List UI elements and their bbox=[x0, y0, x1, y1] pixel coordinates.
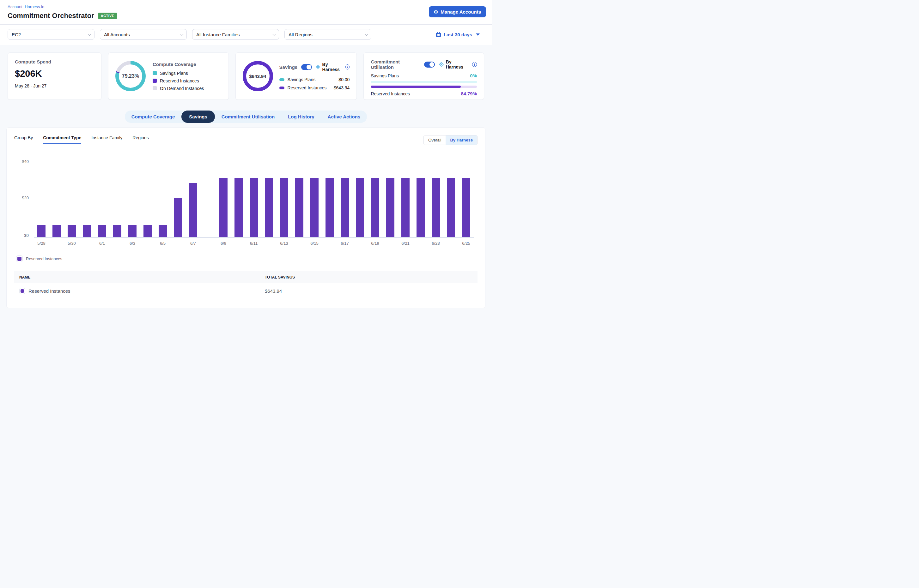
x-tick-label: 6/5 bbox=[160, 241, 165, 246]
by-harness-button[interactable]: By Harness bbox=[446, 136, 477, 145]
by-harness-toggle[interactable] bbox=[424, 61, 435, 68]
accounts-dropdown[interactable]: All Accounts bbox=[100, 29, 187, 40]
x-tick-label: 6/3 bbox=[130, 241, 135, 246]
gear-icon: ⚙ bbox=[434, 10, 438, 14]
bar-slot: 6/1 bbox=[94, 225, 110, 237]
bar-slot bbox=[443, 178, 459, 237]
x-tick-label: 6/15 bbox=[310, 241, 318, 246]
overall-button[interactable]: Overall bbox=[424, 136, 446, 145]
bar-6/22 bbox=[417, 178, 425, 237]
tab-savings[interactable]: Savings bbox=[182, 110, 215, 123]
legend-label: Reserved Instances bbox=[26, 257, 62, 261]
by-harness-toggle[interactable] bbox=[301, 64, 312, 70]
status-badge: ACTIVE bbox=[98, 13, 117, 19]
group-by-control: Group By Commitment Type Instance Family… bbox=[14, 135, 149, 144]
compute-spend-period: May 28 - Jun 27 bbox=[15, 83, 94, 89]
service-dropdown[interactable]: EC2 bbox=[8, 29, 94, 40]
chart-legend: Reserved Instances bbox=[14, 255, 478, 262]
group-by-commitment-type[interactable]: Commitment Type bbox=[43, 135, 81, 144]
bar-slot bbox=[352, 178, 368, 237]
bar-slot: 6/9 bbox=[216, 178, 231, 237]
bar-slot: 6/15 bbox=[307, 178, 322, 237]
x-tick-label: 6/1 bbox=[99, 241, 105, 246]
tab-compute-coverage[interactable]: Compute Coverage bbox=[125, 110, 182, 123]
bar-5/28 bbox=[37, 225, 45, 237]
manage-accounts-button[interactable]: ⚙ Manage Accounts bbox=[429, 6, 486, 17]
reserved-instances-swatch bbox=[279, 87, 284, 89]
table-row[interactable]: Reserved Instances $643.94 bbox=[14, 283, 478, 299]
bar-6/9 bbox=[219, 178, 227, 237]
bar-6/1 bbox=[98, 225, 106, 237]
chevron-down-icon bbox=[180, 32, 184, 36]
chevron-down-icon bbox=[272, 32, 276, 36]
savings-row: Reserved Instances $643.94 bbox=[279, 85, 350, 90]
tab-log-history[interactable]: Log History bbox=[281, 110, 321, 123]
column-header-total-savings: TOTAL SAVINGS bbox=[260, 271, 478, 284]
bar-slot bbox=[322, 178, 337, 237]
bar-6/14 bbox=[295, 178, 303, 237]
bar-6/13 bbox=[280, 178, 288, 237]
bar-slot: 5/30 bbox=[64, 225, 79, 237]
legend-item: On Demand Instances bbox=[152, 86, 222, 91]
bar-plot: 5/285/306/16/36/56/76/96/116/136/156/176… bbox=[34, 162, 474, 238]
reserved-instances-utilisation-bar bbox=[371, 86, 477, 88]
card-title: Compute Coverage bbox=[152, 61, 222, 67]
bar-6/16 bbox=[326, 178, 334, 237]
x-tick-label: 6/21 bbox=[401, 241, 409, 246]
savings-plans-swatch bbox=[152, 71, 157, 75]
reserved-instances-swatch bbox=[152, 79, 157, 83]
savings-panel: Group By Commitment Type Instance Family… bbox=[6, 127, 485, 308]
compute-spend-value: $206K bbox=[15, 68, 94, 79]
bar-6/25 bbox=[462, 178, 470, 237]
group-by-regions[interactable]: Regions bbox=[133, 135, 149, 143]
savings-donut-chart: $643.94 bbox=[243, 61, 273, 91]
card-title: Commitment Utilisation bbox=[371, 59, 420, 70]
date-range-picker[interactable]: Last 30 days bbox=[436, 32, 484, 37]
bar-slot bbox=[231, 178, 246, 237]
tab-commitment-utilisation[interactable]: Commitment Utilisation bbox=[215, 110, 281, 123]
bar-slot bbox=[49, 225, 64, 237]
bar-slot: 6/13 bbox=[277, 178, 292, 237]
calendar-icon bbox=[436, 32, 441, 37]
group-by-instance-family[interactable]: Instance Family bbox=[91, 135, 122, 143]
coverage-percentage: 79.23% bbox=[115, 61, 146, 91]
row-swatch bbox=[19, 288, 25, 294]
filter-bar: EC2 All Accounts All Instance Families A… bbox=[0, 25, 492, 45]
bar-slot: 6/21 bbox=[398, 178, 413, 237]
y-tick-label: $40 bbox=[22, 159, 29, 164]
bar-5/31 bbox=[83, 225, 91, 237]
bar-slot bbox=[110, 225, 125, 237]
utilisation-row: Reserved Instances 84.79% bbox=[371, 91, 477, 96]
account-link[interactable]: Account: Harness.io bbox=[8, 5, 44, 9]
tab-active-actions[interactable]: Active Actions bbox=[321, 110, 367, 123]
x-tick-label: 6/13 bbox=[280, 241, 288, 246]
bar-slot bbox=[140, 225, 155, 237]
savings-bar-chart: $40 $20 $0 5/285/306/16/36/56/76/96/116/… bbox=[14, 162, 478, 238]
info-icon[interactable]: i bbox=[472, 62, 477, 67]
bar-slot: 6/17 bbox=[337, 178, 352, 237]
bar-6/20 bbox=[386, 178, 394, 237]
bar-slot bbox=[292, 178, 307, 237]
x-tick-label: 5/30 bbox=[68, 241, 76, 246]
info-icon[interactable]: i bbox=[345, 65, 350, 69]
bar-6/2 bbox=[113, 225, 122, 237]
section-tabs: Compute Coverage Savings Commitment Util… bbox=[0, 110, 492, 123]
bar-6/12 bbox=[265, 178, 273, 237]
regions-dropdown[interactable]: All Regions bbox=[284, 29, 371, 40]
bar-6/3 bbox=[128, 225, 136, 237]
bar-slot bbox=[261, 178, 277, 237]
commitment-utilisation-card: Commitment Utilisation By Harness i Savi… bbox=[363, 52, 484, 100]
x-tick-label: 5/28 bbox=[37, 241, 45, 246]
bar-6/4 bbox=[143, 225, 152, 237]
group-by-label: Group By bbox=[14, 135, 33, 140]
bar-slot: 6/5 bbox=[155, 225, 170, 237]
bar-6/15 bbox=[310, 178, 319, 237]
bar-6/19 bbox=[371, 178, 379, 237]
reserved-instances-legend-checkbox[interactable] bbox=[16, 255, 23, 262]
bar-6/21 bbox=[401, 178, 410, 237]
bar-6/23 bbox=[432, 178, 440, 237]
bar-6/11 bbox=[250, 178, 258, 237]
chevron-down-icon bbox=[365, 32, 368, 36]
bar-6/10 bbox=[235, 178, 243, 237]
instance-families-dropdown[interactable]: All Instance Families bbox=[192, 29, 279, 40]
